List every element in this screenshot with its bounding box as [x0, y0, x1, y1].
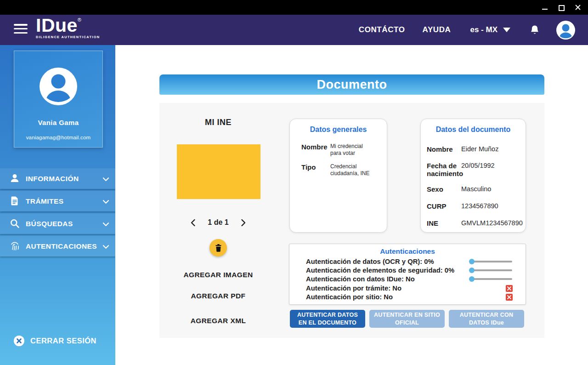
row-label: Nombre: [301, 143, 330, 157]
sidebar-item-tramites[interactable]: TRÁMITES: [0, 191, 115, 211]
registered-mark: ®: [78, 17, 81, 23]
chevron-down-icon: [102, 243, 109, 251]
sidebar-item-informacion[interactable]: INFORMACIÓN: [0, 168, 115, 189]
add-xml-button[interactable]: AGREGAR XML: [172, 317, 264, 325]
document-pager: 1 de 1: [172, 218, 264, 227]
row-value: 20/05/1992: [461, 162, 521, 178]
card-title: Datos generales: [290, 125, 387, 134]
general-data-card: Datos generales Nombre Mi credencial par…: [289, 119, 387, 233]
row-value: Credencial ciudadanía, INE: [330, 163, 374, 177]
row-value: Eider Muñoz: [461, 145, 521, 153]
data-row: Nombre Mi credencial para votar: [301, 143, 374, 157]
window-minimize-button[interactable]: [541, 4, 548, 11]
action-buttons: AUTENTICAR DATOS EN EL DOCUMENTO AUTENTI…: [290, 310, 524, 328]
sidebar-item-label: TRÁMITES: [26, 191, 63, 211]
auth-row: Autenticación de elementos de seguridad:…: [306, 266, 454, 274]
row-label: Tipo: [301, 163, 330, 177]
auth-ocr-slider[interactable]: [470, 259, 512, 264]
chevron-down-icon: [102, 221, 109, 229]
row-label: Sexo: [427, 185, 461, 193]
row-label: Fecha de nacimiento: [427, 162, 461, 178]
auth-label: Autenticación por trámite: No: [306, 285, 401, 292]
pager-next-button[interactable]: [241, 219, 246, 227]
authenticate-official-site-button[interactable]: AUTENTICAR EN SITIO OFICIAL: [369, 310, 445, 328]
row-value: GMVLM1234567890: [461, 219, 528, 227]
user-email: vaniagamag@hotmail.com: [14, 135, 102, 140]
document-icon: [9, 195, 20, 206]
logout-button[interactable]: CERRAR SESIÓN: [14, 336, 96, 346]
user-avatar-icon: [556, 21, 575, 40]
data-row: Tipo Credencial ciudadanía, INE: [301, 163, 374, 177]
x-circle-icon: [14, 336, 24, 346]
notifications-button[interactable]: [530, 24, 540, 35]
document-data-card: Datos del documento Nombre Eider Muñoz F…: [420, 119, 526, 233]
authenticate-document-data-button[interactable]: AUTENTICAR DATOS EN EL DOCUMENTO: [290, 310, 365, 328]
add-pdf-button[interactable]: AGREGAR PDF: [172, 292, 264, 300]
fingerprint-icon: [9, 240, 20, 251]
auth-row: Autenticación por trámite: No: [306, 284, 401, 292]
auth-security-slider[interactable]: [470, 268, 512, 273]
page-title-banner: Documento: [159, 74, 544, 95]
chevron-down-icon: [102, 198, 109, 206]
red-x-icon: [506, 285, 513, 292]
slider-thumb[interactable]: [469, 259, 475, 264]
row-label: CURP: [427, 202, 461, 210]
slider-track: [470, 278, 512, 280]
pager-prev-button[interactable]: [190, 219, 196, 227]
user-name: Vania Gama: [14, 119, 102, 126]
window-maximize-button[interactable]: [558, 4, 565, 11]
person-icon: [9, 173, 20, 184]
document-image-placeholder: [177, 144, 260, 199]
sidebar-item-label: AUTENTICACIONES: [26, 236, 97, 257]
window-titlebar: [0, 0, 588, 15]
window-close-button[interactable]: [574, 4, 582, 11]
auth-label: Autenticación por sitio: No: [306, 293, 393, 301]
close-icon: [575, 4, 581, 11]
auth-label: Autenticación con datos IDue: No: [306, 275, 415, 283]
data-row: INE GMVLM1234567890: [427, 219, 528, 227]
hamburger-menu-icon[interactable]: [14, 24, 28, 36]
sidebar-item-label: BÚSQUEDAS: [26, 213, 73, 234]
search-icon: [9, 218, 20, 229]
app-window: IDue® DILIGENCE AUTHENTICATION CONTÁCTO …: [0, 0, 588, 365]
authenticate-idue-data-button[interactable]: AUTENTICAR CON DATOS IDue: [449, 310, 524, 328]
header-nav: CONTÁCTO AYUDA es - MX: [359, 15, 575, 45]
sidebar-item-autenticaciones[interactable]: AUTENTICACIONES: [0, 236, 115, 257]
data-row: Fecha de nacimiento 20/05/1992: [427, 162, 521, 178]
delete-document-button[interactable]: [209, 239, 227, 257]
slider-thumb[interactable]: [469, 276, 475, 282]
chevron-right-icon: [241, 219, 246, 227]
bell-icon: [530, 24, 540, 35]
chevron-left-icon: [190, 219, 196, 227]
add-image-button[interactable]: AGREGAR IMAGEN: [172, 271, 264, 279]
pager-status: 1 de 1: [208, 218, 228, 227]
row-value: Mi credencial para votar: [330, 143, 374, 157]
language-selector[interactable]: es - MX: [470, 25, 510, 34]
row-label: INE: [427, 219, 461, 227]
data-row: Nombre Eider Muñoz: [427, 145, 521, 153]
slider-track: [470, 261, 512, 262]
data-row: Sexo Masculino: [427, 185, 521, 193]
nav-help[interactable]: AYUDA: [423, 25, 451, 34]
row-value: Masculino: [461, 185, 521, 193]
brand-tagline: DILIGENCE AUTHENTICATION: [36, 35, 100, 39]
card-title: Datos del documento: [421, 125, 526, 134]
row-label: Nombre: [427, 145, 461, 153]
logout-label: CERRAR SESIÓN: [30, 336, 96, 345]
slider-thumb[interactable]: [469, 268, 475, 273]
document-name: MI INE: [172, 118, 264, 127]
profile-avatar[interactable]: [556, 21, 575, 40]
sidebar-menu: INFORMACIÓN TRÁMITES: [0, 168, 115, 258]
sidebar: Vania Gama vaniagamag@hotmail.com INFORM…: [0, 45, 115, 365]
sidebar-item-busquedas[interactable]: BÚSQUEDAS: [0, 213, 115, 234]
chevron-down-icon: [102, 176, 109, 184]
trash-icon: [215, 244, 222, 252]
sidebar-item-label: INFORMACIÓN: [26, 168, 79, 189]
auth-idue-slider[interactable]: [470, 276, 512, 282]
red-x-icon: [506, 294, 513, 301]
authentications-card: Autenticaciones Autenticación de datos (…: [289, 244, 526, 305]
brand-name: IDue: [36, 15, 78, 36]
auth-row: Autenticación con datos IDue: No: [306, 275, 415, 283]
brand-logo: IDue® DILIGENCE AUTHENTICATION: [36, 16, 100, 39]
nav-contact[interactable]: CONTÁCTO: [359, 25, 405, 34]
